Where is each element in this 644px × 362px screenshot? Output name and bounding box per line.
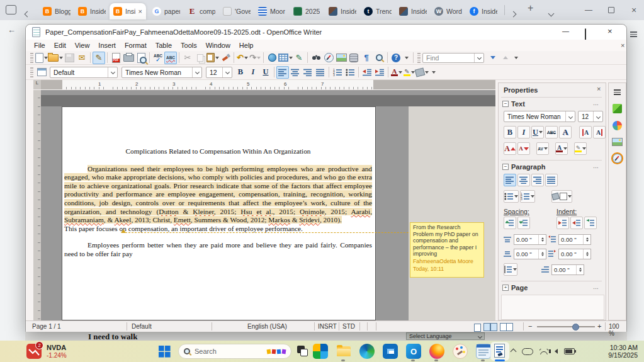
widgets-stock-icon[interactable]: 2 bbox=[26, 344, 42, 359]
widget-ticker[interactable]: NVDA bbox=[47, 344, 66, 351]
align-right-button[interactable] bbox=[302, 66, 314, 79]
format-paintbrush-button[interactable] bbox=[219, 52, 232, 64]
sidebar-highlight-button[interactable]: ✎ bbox=[574, 142, 587, 155]
writer-titlebar[interactable]: Paper_CompensationFairPay_FahmeenaOdetta… bbox=[26, 25, 626, 40]
sidebar-align-center-button[interactable] bbox=[517, 174, 530, 186]
sidebar-italic-button[interactable]: I bbox=[517, 126, 530, 139]
increase-spacing-button[interactable]: A bbox=[579, 126, 592, 139]
browser-tab[interactable]: 2025 bbox=[290, 3, 325, 20]
paragraph-style-select[interactable]: Default bbox=[50, 67, 118, 78]
export-pdf-button[interactable]: PDF bbox=[110, 52, 122, 64]
nonprinting-characters-button[interactable]: ¶ bbox=[360, 52, 373, 64]
sidebar-settings-icon[interactable] bbox=[614, 88, 621, 96]
navigator-deck-icon[interactable] bbox=[613, 154, 622, 163]
open-button[interactable] bbox=[48, 52, 63, 64]
writer-close-button[interactable]: × bbox=[607, 26, 613, 36]
browser-tab[interactable]: Ecompl bbox=[184, 3, 219, 20]
cut-button[interactable]: ✂ bbox=[181, 52, 194, 64]
browser-close-button[interactable]: × bbox=[626, 2, 642, 18]
tab-search-chevron-icon[interactable] bbox=[549, 7, 553, 18]
find-toolbar-grip[interactable] bbox=[417, 53, 421, 63]
status-language[interactable]: English (USA) bbox=[247, 323, 287, 330]
status-insert-mode[interactable]: INSRT bbox=[318, 323, 337, 330]
sidebar-underline-button[interactable]: U bbox=[531, 126, 544, 139]
outlook-icon[interactable]: O bbox=[406, 344, 421, 359]
data-sources-button[interactable] bbox=[347, 52, 360, 64]
tab-close-icon[interactable]: × bbox=[138, 8, 142, 15]
sidebar-numbered-list-button[interactable]: 123 bbox=[520, 190, 535, 203]
hanging-indent-button[interactable] bbox=[584, 217, 597, 229]
align-justify-button[interactable] bbox=[314, 66, 327, 79]
sidebar-font-name-select[interactable]: Times New Roman bbox=[504, 111, 575, 122]
browser-back-icon[interactable]: ← bbox=[8, 25, 16, 35]
browser-tab[interactable]: tTrend bbox=[360, 3, 395, 20]
increase-paragraph-spacing-button[interactable] bbox=[504, 217, 516, 229]
firefox-icon[interactable] bbox=[429, 344, 444, 359]
find-next-button[interactable] bbox=[487, 52, 499, 64]
spellcheck-button[interactable]: ABC✓ bbox=[152, 52, 164, 64]
sidebar-increase-indent-button[interactable] bbox=[556, 217, 569, 229]
font-name-select[interactable]: Times New Roman bbox=[121, 67, 202, 78]
menu-insert[interactable]: Insert bbox=[94, 41, 120, 50]
toolbar-grip[interactable] bbox=[30, 67, 33, 77]
sidebar-decrease-indent-button[interactable] bbox=[570, 217, 583, 229]
sidebar-bold-button[interactable]: B bbox=[504, 126, 516, 139]
book-view-icon[interactable] bbox=[500, 323, 513, 332]
writer-maximize-button[interactable] bbox=[585, 29, 586, 40]
status-page-style[interactable]: Default bbox=[132, 323, 152, 330]
bullet-list-button[interactable] bbox=[344, 66, 356, 79]
page-section-more-icon[interactable]: ... bbox=[593, 283, 599, 290]
undo-button[interactable]: ↶ bbox=[236, 52, 249, 64]
paint-icon[interactable] bbox=[453, 344, 468, 359]
indent-after-input[interactable]: 0.00 " bbox=[558, 249, 591, 259]
tab-stop-selector[interactable]: L bbox=[33, 80, 41, 89]
browser-tab[interactable]: Gpaper bbox=[149, 3, 184, 20]
menu-edit[interactable]: Edit bbox=[50, 41, 71, 50]
notepad-icon[interactable] bbox=[476, 344, 491, 359]
find-toolbar-overflow-icon[interactable] bbox=[514, 57, 518, 59]
background-color-button[interactable] bbox=[415, 66, 429, 79]
sidebar-strikethrough-button[interactable]: ABC bbox=[545, 126, 558, 139]
status-zoom-level[interactable]: 100 % bbox=[609, 323, 626, 337]
gallery-button[interactable] bbox=[335, 52, 347, 64]
indent-before-input[interactable]: 0.00 " bbox=[558, 234, 591, 245]
document-close-icon[interactable]: × bbox=[616, 41, 629, 50]
styles-panel-button[interactable] bbox=[35, 66, 48, 79]
file-explorer-icon[interactable] bbox=[336, 344, 351, 359]
zoom-slider-thumb[interactable] bbox=[572, 324, 579, 331]
align-left-button[interactable] bbox=[276, 66, 289, 79]
character-spacing-button[interactable]: AV bbox=[536, 142, 549, 155]
start-button[interactable] bbox=[159, 346, 171, 360]
page-preview-button[interactable] bbox=[135, 52, 147, 64]
taskbar-clock[interactable]: 10:30 AM 9/15/2025 bbox=[608, 344, 638, 359]
browser-tab[interactable]: Inside bbox=[395, 3, 431, 20]
browser-menu-icon[interactable] bbox=[630, 30, 637, 38]
above-spacing-input[interactable]: 0.00 " bbox=[514, 234, 546, 245]
microsoft-store-icon[interactable] bbox=[383, 344, 398, 359]
paragraph-background-button[interactable] bbox=[551, 190, 572, 203]
paragraph-section-more-icon[interactable]: ... bbox=[593, 162, 599, 169]
comment-box[interactable]: From the Research Problem my PhD paper o… bbox=[410, 222, 484, 278]
status-selection-mode[interactable]: STD bbox=[342, 323, 355, 330]
menu-format[interactable]: Format bbox=[120, 41, 151, 50]
vertical-ruler[interactable] bbox=[33, 90, 41, 320]
menu-help[interactable]: Help bbox=[235, 41, 258, 50]
redo-button[interactable]: ↷ bbox=[249, 52, 261, 64]
hidden-icons-chevron[interactable] bbox=[511, 348, 517, 354]
print-button[interactable] bbox=[122, 52, 135, 64]
tab-workspace-icon[interactable] bbox=[6, 5, 16, 14]
tab-scroll-right-icon[interactable] bbox=[511, 8, 516, 19]
toolbar-grip[interactable] bbox=[30, 53, 33, 63]
browser-tab[interactable]: Moor bbox=[254, 3, 290, 20]
document-page[interactable]: Complications Related to Compensation Wi… bbox=[62, 106, 376, 320]
find-previous-button[interactable] bbox=[499, 52, 512, 64]
font-size-select[interactable]: 12 bbox=[206, 67, 232, 78]
menu-window[interactable]: Window bbox=[201, 41, 235, 50]
volume-icon[interactable] bbox=[555, 349, 558, 354]
draw-functions-button[interactable]: ✎ bbox=[293, 52, 305, 64]
save-button[interactable] bbox=[63, 52, 76, 64]
zoom-out-icon[interactable]: − bbox=[528, 322, 532, 330]
sidebar-align-justify-button[interactable] bbox=[545, 174, 558, 186]
status-page-count[interactable]: Page 1 / 1 bbox=[32, 323, 61, 330]
select-language-dropdown[interactable]: Select Language bbox=[406, 332, 485, 340]
